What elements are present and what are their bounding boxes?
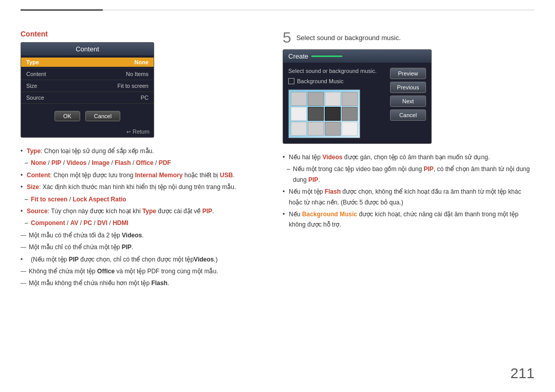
thumb-cell-1 <box>291 92 307 106</box>
next-button[interactable]: Next <box>390 96 426 107</box>
dialog-row-source[interactable]: Source PC <box>21 93 154 102</box>
main-content: Content Content Type None Content No Ite… <box>21 30 534 290</box>
size-value: Fit to screen <box>117 83 149 89</box>
office-text2: và một tệp PDF trong cùng một mẫu. <box>115 268 218 275</box>
pip-bold: PIP <box>122 244 132 251</box>
preview-button[interactable]: Preview <box>390 68 426 79</box>
desc-office-limit: Không thể chứa một tệp Office và một tệp… <box>21 266 262 276</box>
content-bold: Content <box>27 172 50 179</box>
source-value: PC <box>141 95 149 101</box>
flash-text1: Một mẫu không thể chứa nhiều hơn một tệp <box>29 279 151 287</box>
separator4 <box>21 103 154 104</box>
rp-end: . <box>318 176 320 183</box>
separator1 <box>21 68 154 68</box>
section-title: Content <box>21 30 262 38</box>
rp-bold2: PIP <box>308 176 318 183</box>
rp-text2: , có thể chọn âm thanh từ nội dung <box>434 165 530 173</box>
create-right-panel: Preview Previous Next Cancel <box>390 68 426 138</box>
cancel-create-button[interactable]: Cancel <box>390 109 426 121</box>
fit-screen: Fit to screen <box>31 196 67 203</box>
type-text: : Chọn loại tệp sử dụng để sắp xếp mẫu. <box>41 147 154 155</box>
rp-text1: Nếu một trong các tệp video bao gồm nội … <box>293 165 423 173</box>
sep5: / <box>131 159 136 166</box>
dialog-row-size[interactable]: Size Fit to screen <box>21 81 154 90</box>
flash-bold: Flash <box>151 279 167 287</box>
previous-button[interactable]: Previous <box>390 82 426 93</box>
usb-text: USB <box>220 172 233 179</box>
dialog-buttons: OK Cancel <box>21 107 154 125</box>
right-column: 5 Select sound or background music. Crea… <box>278 30 534 290</box>
opt-component: Component <box>31 219 65 227</box>
thumb-cell-12 <box>342 122 358 136</box>
desc-pip-sub: (Nếu một tệp PIP được chọn, chỉ có thể c… <box>21 254 262 265</box>
thumb-cell-8 <box>342 107 358 121</box>
separator2 <box>21 80 154 80</box>
type-bold: Type <box>27 147 41 155</box>
pip-text1: Một mẫu chỉ có thể chứa một tệp <box>29 244 122 251</box>
content-dialog: Content Type None Content No Items <box>21 42 154 138</box>
internal-memory: Internal Memory <box>135 172 183 179</box>
sep2: / <box>61 159 66 166</box>
source-text2: được cài đặt về <box>156 208 202 215</box>
sep1: / <box>46 159 51 166</box>
thumb-cell-11 <box>325 122 341 136</box>
background-music-checkbox[interactable] <box>288 78 294 84</box>
type-label: Type <box>26 59 39 65</box>
office-text1: Không thể chứa một tệp <box>29 268 97 275</box>
sep3: / <box>87 159 92 166</box>
create-titlebar: Create <box>283 50 431 63</box>
step-desc: Select sound or background music. <box>297 34 401 42</box>
type-ref: Type <box>142 208 156 215</box>
rf-text1: Nếu một tệp <box>289 188 325 195</box>
background-music-row[interactable]: Background Music <box>288 78 385 84</box>
lock-aspect: Lock Aspect Ratio <box>72 196 126 203</box>
desc-pip-limit: Một mẫu chỉ có thể chứa một tệp PIP. <box>21 242 262 252</box>
rdesc-bgmusic: Nếu Background Music được kích hoạt, chứ… <box>283 209 534 230</box>
rv-text1: Nếu hai tệp <box>289 154 322 161</box>
thumb-cell-6 <box>308 107 324 121</box>
step-number: 5 <box>283 30 291 45</box>
thumb-cell-10 <box>308 122 324 136</box>
desc-source: Source: Tùy chọn này được kích hoạt khi … <box>21 206 262 216</box>
dialog-row-content[interactable]: Content No Items <box>21 69 154 79</box>
content-end: . <box>233 172 234 179</box>
size-text: : Xác định kích thước màn hình khi hiển … <box>39 183 236 191</box>
source-end: . <box>212 208 214 215</box>
separator3 <box>21 91 154 92</box>
pip-sub-bold2: Videos <box>194 256 214 263</box>
rbg-bold: Background Music <box>302 211 357 218</box>
pip-sub-text1: (Nếu một tệp <box>31 256 69 263</box>
background-music-label: Background Music <box>297 78 344 84</box>
pip-ref: PIP <box>202 208 212 215</box>
create-title: Create <box>288 52 308 60</box>
create-dialog: Create Select sound or background music.… <box>283 49 432 144</box>
desc-videos-limit: Một mẫu có thể chứa tối đa 2 tệp Videos. <box>21 230 262 240</box>
thumb-grid <box>289 90 360 138</box>
step-header: 5 Select sound or background music. <box>283 30 534 45</box>
opt-pip: PIP <box>51 159 61 166</box>
thumb-cell-4 <box>342 92 358 106</box>
opt-av: AV <box>70 219 79 227</box>
thumb-cell-3 <box>325 92 341 106</box>
rdesc-flash: Nếu một tệp Flash được chọn, không thể k… <box>283 186 534 208</box>
rdesc-videos: Nếu hai tệp Videos được gán, chọn tệp có… <box>283 152 534 162</box>
thumbnail-preview <box>288 89 360 138</box>
create-green-accent <box>311 55 342 57</box>
opt-videos: Videos <box>66 159 86 166</box>
type-value: None <box>135 59 149 65</box>
rp-text3: dung <box>293 176 308 183</box>
source-bold: Source <box>27 208 48 215</box>
sep4: / <box>109 159 115 166</box>
pip-end: . <box>132 244 133 251</box>
page-container: Content Content Type None Content No Ite… <box>0 0 555 392</box>
desc-type-options: None / PIP / Videos / Image / Flash / Of… <box>21 158 262 168</box>
dialog-row-type[interactable]: Type None <box>21 58 154 67</box>
size-bold: Size <box>27 183 39 191</box>
dialog-titlebar: Content <box>21 43 154 55</box>
videos-end: . <box>142 232 143 239</box>
ok-button[interactable]: OK <box>54 111 80 121</box>
opt-dvi: DVI <box>97 219 107 227</box>
rv-text2: được gán, chọn tệp có âm thanh bạn muốn … <box>343 154 490 161</box>
cancel-button[interactable]: Cancel <box>85 111 120 121</box>
desc-content: Content: Chọn một tệp được lưu trong Int… <box>21 170 262 180</box>
